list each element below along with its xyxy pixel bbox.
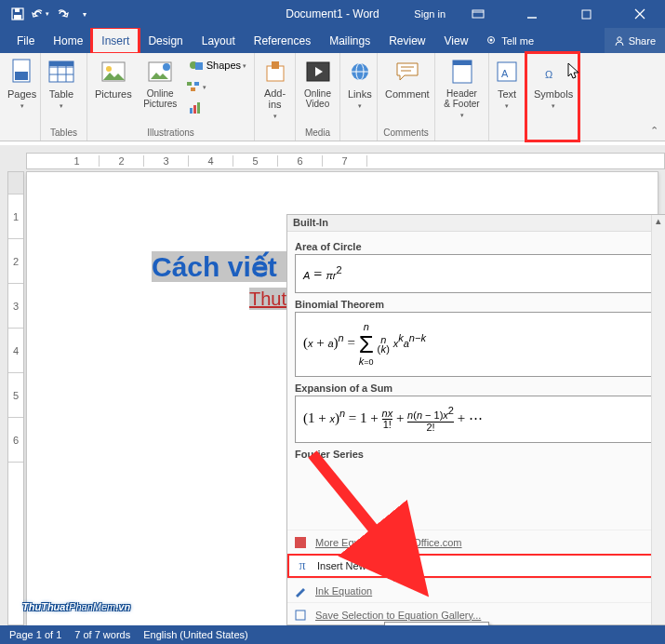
chart-icon[interactable] — [185, 98, 207, 118]
status-words[interactable]: 7 of 7 words — [74, 629, 130, 640]
svg-rect-42 — [453, 60, 472, 65]
svg-rect-29 — [190, 108, 193, 114]
pages-button[interactable]: Pages▾ — [4, 55, 40, 122]
undo-icon[interactable]: ▾ — [30, 4, 50, 24]
tab-review[interactable]: Review — [379, 28, 434, 53]
tab-insert[interactable]: Insert — [92, 28, 139, 53]
gallery-item-label: Fourier Series — [295, 449, 657, 460]
document-heading[interactable]: Cách viết p — [152, 251, 301, 282]
gallery-item-label: Binomial Theorem — [295, 299, 657, 310]
svg-point-11 — [617, 36, 620, 40]
gallery-header: Built-In — [287, 215, 664, 232]
tab-file[interactable]: File — [7, 28, 44, 53]
sign-in-link[interactable]: Sign in — [414, 8, 446, 20]
group-media: Media — [299, 127, 336, 141]
status-bar: Page 1 of 1 7 of 7 words English (United… — [0, 625, 665, 644]
menu-ink-equation[interactable]: Ink Equation — [287, 578, 664, 602]
share-button[interactable]: Share — [605, 28, 665, 53]
status-page[interactable]: Page 1 of 1 — [9, 629, 61, 640]
window-title: Document1 - Word — [286, 7, 379, 20]
tab-references[interactable]: References — [245, 28, 320, 53]
gallery-item-binomial[interactable]: (x + a)n = nΣk=0 (nk) xkan−k — [295, 312, 657, 377]
svg-rect-3 — [472, 10, 484, 18]
svg-point-21 — [106, 66, 112, 72]
online-pictures-button[interactable]: Online Pictures — [140, 55, 181, 122]
cursor-icon — [388, 565, 401, 582]
ruler-vertical[interactable]: 123456 — [7, 171, 24, 625]
svg-rect-6 — [582, 10, 591, 19]
gallery-item-label: Expansion of a Sum — [295, 382, 657, 394]
save-gallery-icon — [293, 608, 308, 623]
svg-point-23 — [163, 63, 170, 71]
ribbon-display-icon[interactable] — [457, 0, 499, 28]
status-lang[interactable]: English (United States) — [143, 629, 248, 640]
header-footer-button[interactable]: Header & Footer▾ — [439, 55, 485, 122]
group-comments: Comments — [381, 127, 431, 141]
svg-text:Ω: Ω — [545, 69, 552, 80]
addins-button[interactable]: Add-ins▾ — [259, 55, 291, 122]
gallery-item-area-of-circle[interactable]: A = πr2 — [295, 254, 657, 293]
ribbon: Pages▾ Table▾ Tables Pictures Online Pic… — [0, 53, 665, 141]
svg-text:A: A — [501, 68, 509, 79]
ink-icon — [293, 584, 308, 598]
online-video-button[interactable]: Online Video — [299, 55, 336, 122]
save-icon[interactable] — [7, 4, 28, 24]
menu-more-equations[interactable]: More Equations from Office.com▸ — [287, 530, 664, 554]
svg-rect-2 — [15, 8, 20, 12]
comment-button[interactable]: Comment — [381, 55, 433, 122]
cursor-icon — [567, 62, 580, 79]
menu-insert-new-equation[interactable]: π Insert New Equation — [287, 554, 664, 578]
svg-rect-19 — [49, 61, 73, 66]
svg-rect-13 — [15, 72, 28, 80]
svg-rect-30 — [193, 105, 196, 114]
equation-gallery: Built-In Area of Circle A = πr2 Binomial… — [286, 214, 665, 625]
svg-rect-28 — [191, 87, 195, 91]
close-icon[interactable] — [618, 0, 661, 28]
office-icon — [293, 535, 308, 550]
gallery-scrollbar[interactable]: ▴ — [651, 215, 665, 624]
svg-rect-33 — [272, 61, 279, 69]
svg-rect-25 — [195, 62, 203, 70]
tab-home[interactable]: Home — [44, 28, 92, 53]
group-illustrations: Illustrations — [91, 127, 250, 141]
tab-design[interactable]: Design — [139, 28, 192, 53]
ruler-horizontal[interactable]: 1234567 — [26, 153, 665, 169]
svg-rect-1 — [14, 15, 21, 20]
table-button[interactable]: Table▾ — [45, 55, 78, 122]
maximize-icon[interactable] — [565, 0, 607, 28]
collapse-ribbon-icon[interactable]: ⌃ — [645, 122, 663, 139]
tab-mailings[interactable]: Mailings — [320, 28, 379, 53]
svg-rect-27 — [194, 82, 199, 86]
svg-point-10 — [490, 38, 493, 41]
pi-icon: π — [295, 558, 310, 573]
svg-rect-47 — [296, 610, 305, 620]
gallery-body[interactable]: Area of Circle A = πr2 Binomial Theorem … — [287, 232, 664, 530]
tell-me[interactable]: Tell me — [477, 28, 543, 53]
minimize-icon[interactable] — [511, 0, 553, 28]
redo-icon[interactable] — [52, 4, 73, 24]
links-button[interactable]: Links▾ — [344, 55, 376, 122]
svg-rect-26 — [187, 82, 192, 86]
svg-rect-46 — [295, 537, 306, 548]
watermark: ThuThuatPhanMem.vn — [22, 592, 130, 616]
qat-customize-icon[interactable]: ▾ — [74, 4, 95, 24]
svg-rect-31 — [197, 102, 200, 114]
group-tables: Tables — [45, 127, 83, 141]
gallery-item-label: Area of Circle — [295, 241, 657, 252]
text-button[interactable]: AText▾ — [493, 55, 521, 122]
gallery-item-expansion[interactable]: (1 + x)n = 1 + nx1! + n(n − 1)x22! + ⋯ — [295, 396, 657, 443]
shapes-button[interactable]: Shapes▾ — [185, 55, 250, 75]
pictures-button[interactable]: Pictures — [91, 55, 136, 122]
title-bar: ▾ ▾ Document1 - Word Sign in — [0, 0, 665, 28]
ribbon-tabs: File Home Insert Design Layout Reference… — [0, 28, 665, 53]
smartart-icon[interactable]: ▾ — [185, 76, 207, 97]
tab-view[interactable]: View — [435, 28, 478, 53]
tab-layout[interactable]: Layout — [193, 28, 245, 53]
